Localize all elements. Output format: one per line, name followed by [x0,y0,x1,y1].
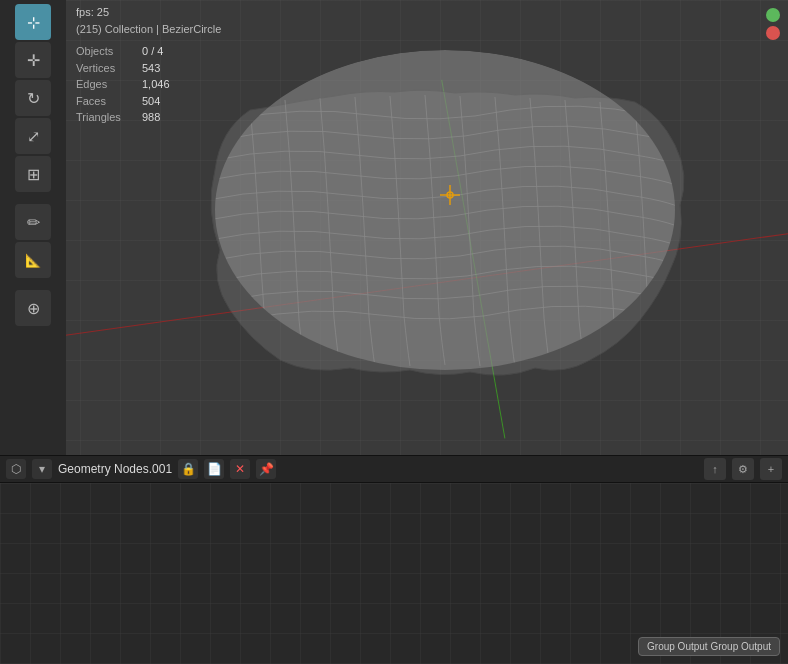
editor-divider-bar: ⬡ ▾ Geometry Nodes.001 🔒 📄 ✕ 📌 ↑ ⚙ + [0,455,788,483]
status-dot-green [766,8,780,22]
measure-tool-button[interactable]: 📐 [15,242,51,278]
triangles-value: 988 [142,109,160,126]
move-tool-button[interactable]: ✛ [15,42,51,78]
add-tool-button[interactable]: ⊕ [15,290,51,326]
collection-label: (215) Collection | BezierCircle [76,21,221,38]
faces-label: Faces [76,93,136,110]
left-toolbar: ⊹ ✛ ↻ ⤢ ⊞ ✏ 📐 ⊕ [0,0,66,455]
up-arrow-button[interactable]: ↑ [704,458,726,480]
add-button[interactable]: + [760,458,782,480]
rotate-tool-button[interactable]: ↻ [15,80,51,116]
close-button[interactable]: ✕ [230,459,250,479]
fps-label: fps: 25 [76,4,109,21]
editor-type-dropdown[interactable]: ▾ [32,459,52,479]
edges-value: 1,046 [142,76,170,93]
triangles-label: Triangles [76,109,136,126]
group-output-label: Group Output [647,641,708,652]
annotate-tool-button[interactable]: ✏ [15,204,51,240]
node-editor-name: Geometry Nodes.001 [58,462,172,476]
node-editor-icon[interactable]: ⬡ [6,459,26,479]
group-output-node[interactable]: Group Output Group Output [638,637,780,656]
vertices-value: 543 [142,60,160,77]
scale-tool-button[interactable]: ⤢ [15,118,51,154]
transform-tool-button[interactable]: ⊞ [15,156,51,192]
status-dot-red [766,26,780,40]
select-tool-button[interactable]: ⊹ [15,4,51,40]
edges-label: Edges [76,76,136,93]
viewport-stats: fps: 25 (215) Collection | BezierCircle … [76,4,221,126]
vertices-label: Vertices [76,60,136,77]
objects-value: 0 / 4 [142,43,163,60]
settings-button[interactable]: ⚙ [732,458,754,480]
viewport-indicators [766,8,780,40]
new-button[interactable]: 📄 [204,459,224,479]
pin2-button[interactable]: 📌 [256,459,276,479]
pin-button[interactable]: 🔒 [178,459,198,479]
faces-value: 504 [142,93,160,110]
3d-viewport[interactable]: ⊹ ✛ ↻ ⤢ ⊞ ✏ 📐 ⊕ fps: 25 (215) Collection… [0,0,788,455]
mesh-object [150,30,740,390]
node-editor-area[interactable]: Than Value an an ▾ 1 2.000 ✓ Geometry Pr… [0,483,788,664]
objects-label: Objects [76,43,136,60]
